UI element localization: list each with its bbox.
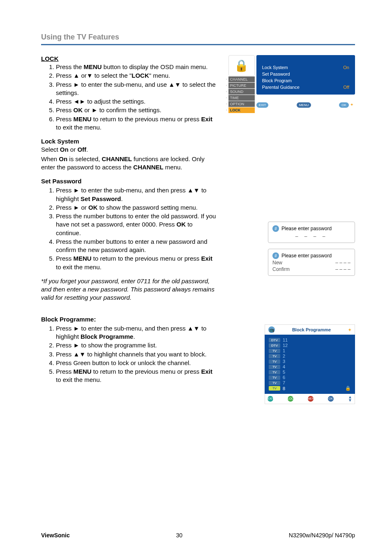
osd-label: Parental Guidance bbox=[262, 85, 300, 90]
password-dashes: – – – – bbox=[272, 234, 350, 239]
bp-tag: TV bbox=[269, 365, 280, 369]
footer-model: N3290w/N4290p/ N4790p bbox=[289, 532, 355, 539]
lock-system-text: Select On or Off. bbox=[41, 146, 219, 154]
bp-tag: TV bbox=[269, 354, 280, 358]
ok-button-icon: OK bbox=[328, 396, 334, 402]
osd-row: Set Password bbox=[262, 72, 349, 76]
info-icon: # bbox=[272, 225, 279, 232]
page-number: 30 bbox=[176, 532, 183, 539]
osd-label: Block Program bbox=[262, 78, 292, 83]
exit-pill: EXIT bbox=[256, 102, 269, 108]
list-item: Press ► to enter the sub-menu, and use ▲… bbox=[56, 81, 219, 97]
bp-row: TV7 bbox=[269, 380, 351, 385]
password-dashes: – – – – bbox=[335, 260, 350, 266]
bp-row: TV4 bbox=[269, 364, 351, 369]
lock-system-text: When On is selected, CHANNEL functions a… bbox=[41, 155, 219, 172]
bp-row: TV6 bbox=[269, 375, 351, 380]
set-password-steps: Press ► to enter the sub-menu, and then … bbox=[41, 186, 219, 271]
ok-pill: OK bbox=[339, 102, 349, 108]
lock-heading: LOCK bbox=[41, 55, 219, 62]
bp-tag: DTV bbox=[269, 338, 280, 342]
bp-tag: TV bbox=[269, 375, 280, 380]
osd-value: Off bbox=[344, 85, 349, 90]
password-dialog-2: #Please enter password New– – – – Confir… bbox=[268, 249, 355, 276]
page-header: Using the TV Features bbox=[41, 33, 355, 45]
bp-tag: TV bbox=[269, 359, 280, 364]
password-dialog-1: #Please enter password – – – – bbox=[268, 222, 355, 243]
list-item: Press MENU to return to the previous men… bbox=[56, 115, 219, 132]
exit-button-icon: EXIT bbox=[267, 396, 273, 402]
bp-num: 1 bbox=[283, 348, 285, 353]
osd-main-panel: Lock SystemOn Set Password Block Program… bbox=[256, 55, 355, 95]
bp-num: 6 bbox=[283, 375, 285, 380]
password-dashes: – – – – bbox=[335, 266, 350, 272]
list-item: Press ▲ or▼ to select the "LOCK" menu. bbox=[56, 72, 219, 80]
osd-sidebar-item: PICTURE bbox=[228, 83, 255, 88]
password-title: Please enter password bbox=[281, 253, 332, 259]
bp-list: DTV11 DTV12 TV1 TV2 TV3 TV4 TV5 TV6 TV7 … bbox=[265, 335, 355, 394]
bp-num: 4 bbox=[283, 364, 285, 369]
osd-lock-menu: 🔒 CHANNEL PICTURE SOUND TIME OPTION LOCK… bbox=[228, 55, 355, 113]
list-item: Press the number buttons to enter a new … bbox=[56, 238, 219, 254]
menu-pill: MENU bbox=[297, 102, 311, 108]
password-label: New bbox=[272, 260, 282, 266]
osd-footer: EXIT MENU OK ✦ bbox=[255, 100, 355, 109]
right-column: 🔒 CHANNEL PICTURE SOUND TIME OPTION LOCK… bbox=[228, 55, 355, 404]
list-item: Press ◄► to adjust the settings. bbox=[56, 97, 219, 106]
bp-tag: TV bbox=[269, 381, 280, 385]
list-item: Press the MENU button to display the OSD… bbox=[56, 63, 219, 71]
footer-brand: ViewSonic bbox=[41, 532, 70, 539]
osd-sidebar: 🔒 CHANNEL PICTURE SOUND TIME OPTION LOCK bbox=[228, 55, 255, 113]
page-footer: ViewSonic 30 N3290w/N4290p/ N4790p bbox=[41, 532, 355, 539]
bp-tag: TV bbox=[269, 370, 280, 375]
lock-button-icon: LOCK bbox=[288, 396, 293, 402]
list-item: Press OK or ► to confirm the settings. bbox=[56, 106, 219, 114]
bp-tag: TV bbox=[269, 349, 280, 353]
menu-button-icon: MENU bbox=[308, 396, 314, 402]
lock-steps: Press the MENU button to display the OSD… bbox=[41, 63, 219, 132]
info-icon: # bbox=[272, 252, 279, 259]
osd-row: Lock SystemOn bbox=[262, 65, 349, 70]
password-label: Confirm bbox=[272, 266, 290, 272]
osd-sidebar-item: CHANNEL bbox=[228, 76, 255, 82]
password-title: Please enter password bbox=[281, 226, 332, 231]
bp-tag: DTV bbox=[269, 343, 280, 348]
list-item: Press ▲▼ to highlight channels that you … bbox=[56, 350, 219, 358]
osd-row: Parental GuidanceOff bbox=[262, 85, 349, 90]
password-note: *If you forget your password, enter 0711… bbox=[41, 277, 219, 302]
bp-row: TV3 bbox=[269, 359, 351, 364]
osd-label: Set Password bbox=[262, 72, 290, 76]
bp-footer: EXIT LOCK MENU OK ▲▼ bbox=[265, 394, 355, 404]
bp-num: 12 bbox=[283, 343, 288, 348]
bp-num: 8 bbox=[283, 386, 285, 391]
bp-row-active: TV8🔒 bbox=[269, 386, 351, 391]
block-programme-dialog: 📺 Block Programme ✦ DTV11 DTV12 TV1 TV2 … bbox=[265, 324, 355, 404]
bp-row: TV2 bbox=[269, 354, 351, 358]
bp-num: 2 bbox=[283, 354, 285, 358]
osd-sidebar-item: OPTION bbox=[228, 101, 255, 107]
list-item: Press ► to enter the sub-menu, and then … bbox=[56, 324, 219, 341]
osd-sidebar-item: SOUND bbox=[228, 89, 255, 95]
left-column: LOCK Press the MENU button to display th… bbox=[41, 55, 219, 404]
bp-tag: TV bbox=[269, 386, 280, 391]
osd-row: Block Program bbox=[262, 78, 349, 83]
lock-icon: 🔒 bbox=[345, 386, 351, 391]
lock-icon: 🔒 bbox=[228, 55, 255, 76]
list-item: Press ► to show the programme list. bbox=[56, 341, 219, 349]
osd-label: Lock System bbox=[262, 65, 288, 70]
osd-value: On bbox=[343, 65, 349, 70]
lock-system-heading: Lock System bbox=[41, 137, 219, 146]
list-item: Press ► or OK to show the password setti… bbox=[56, 204, 219, 212]
set-password-heading: Set Password bbox=[41, 177, 219, 185]
bp-num: 5 bbox=[283, 370, 285, 375]
list-item: Press the number buttons to enter the ol… bbox=[56, 212, 219, 237]
move-icon: ✦ bbox=[350, 102, 353, 107]
bp-row: TV5 bbox=[269, 370, 351, 375]
list-item: Press MENU to return to the previous men… bbox=[56, 254, 219, 271]
bp-num: 11 bbox=[283, 338, 288, 342]
move-icon: ✦ bbox=[348, 328, 351, 332]
list-item: Press MENU to return to the previous men… bbox=[56, 368, 219, 384]
osd-sidebar-item: TIME bbox=[228, 95, 255, 101]
bp-num: 7 bbox=[283, 380, 285, 385]
bp-title: Block Programme bbox=[292, 327, 331, 332]
